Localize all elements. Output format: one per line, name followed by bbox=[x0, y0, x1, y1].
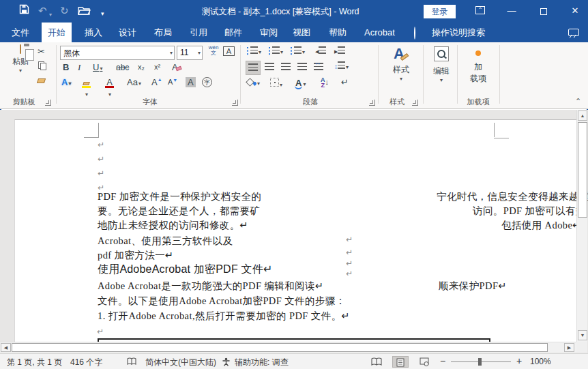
clipboard-dialog-launcher[interactable] bbox=[45, 100, 51, 106]
sort-button[interactable]: A Z ↓ bbox=[321, 77, 329, 88]
vertical-scrollbar[interactable]: ▲ ▼ bbox=[576, 110, 587, 342]
decrease-indent-button[interactable]: ◀ bbox=[315, 46, 326, 55]
highlight-color-button[interactable] bbox=[82, 77, 91, 98]
horizontal-scroll-thumb[interactable] bbox=[12, 343, 548, 352]
subscript-button[interactable]: x₂ bbox=[138, 63, 145, 71]
clear-formatting-button[interactable]: A bbox=[172, 62, 181, 72]
status-bar: 第 1 页, 共 1 页 416 个字 简体中文(中国大陆) 辅助功能: 调查 … bbox=[0, 353, 588, 369]
distribute-button[interactable]: ↔ bbox=[314, 63, 323, 72]
multilevel-list-button[interactable] bbox=[291, 46, 305, 55]
shading-button[interactable] bbox=[247, 78, 260, 87]
document-area[interactable]: ↵ ↵ ↵ ↵ PDF 加密文件是一种保护文档安全的 宁化时代，信息安全变得越来… bbox=[0, 110, 588, 353]
format-painter-button[interactable] bbox=[38, 76, 45, 85]
collapse-ribbon-icon[interactable]: ⌃ bbox=[575, 97, 581, 106]
character-border-button[interactable]: A bbox=[223, 46, 235, 56]
horizontal-scrollbar[interactable]: ◀ ▶ bbox=[0, 342, 576, 353]
tab-design[interactable]: 设计 bbox=[116, 23, 139, 42]
minimize-button[interactable]: — bbox=[505, 5, 518, 16]
accessibility-status[interactable]: 辅助功能: 调查 bbox=[235, 357, 289, 368]
doc-line: 地防止未经授权的访问和修改。↵ bbox=[98, 219, 248, 232]
doc-line: PDF 加密文件是一种保护文档安全的 bbox=[98, 190, 261, 203]
editing-button[interactable]: 编辑 ▾ bbox=[428, 46, 454, 83]
proofing-icon[interactable] bbox=[127, 357, 137, 366]
align-center-button[interactable] bbox=[265, 63, 274, 72]
language-indicator[interactable]: 简体中文(中国大陆) bbox=[145, 357, 216, 368]
save-icon[interactable] bbox=[19, 4, 29, 14]
tab-layout[interactable]: 布局 bbox=[151, 23, 175, 42]
qat-customize-icon[interactable]: ▾ bbox=[101, 7, 104, 20]
underline-button[interactable]: U bbox=[93, 62, 102, 72]
ribbon-display-options-icon[interactable]: ⌃ bbox=[475, 6, 485, 14]
undo-caret-icon[interactable]: ▾ bbox=[49, 8, 52, 22]
font-size-select[interactable]: 11▾ bbox=[177, 46, 203, 60]
maximize-button[interactable] bbox=[537, 7, 550, 17]
zoom-level[interactable]: 100% bbox=[530, 357, 551, 366]
font-color-button[interactable]: A bbox=[105, 77, 114, 98]
tab-insert[interactable]: 插入 bbox=[82, 23, 105, 42]
page-indicator[interactable]: 第 1 页, 共 1 页 bbox=[7, 357, 62, 368]
vertical-scroll-thumb[interactable] bbox=[578, 122, 587, 218]
line-spacing-button[interactable]: ↕ bbox=[334, 61, 349, 70]
paste-button[interactable]: 粘贴 ▾ bbox=[7, 45, 34, 74]
tab-help[interactable]: 帮助 bbox=[326, 23, 349, 42]
tell-me-search[interactable]: 操作说明搜索 bbox=[429, 23, 488, 42]
styles-button[interactable]: A 样式 ▾ bbox=[383, 46, 419, 82]
show-hide-marks-button[interactable]: ↵ bbox=[341, 77, 349, 87]
borders-button[interactable] bbox=[270, 78, 282, 88]
addins-button[interactable]: 加 载项 bbox=[462, 49, 494, 85]
bold-button[interactable]: B bbox=[63, 62, 69, 72]
close-button[interactable]: ✕ bbox=[568, 5, 582, 16]
font-group-label: 字体 bbox=[102, 97, 198, 107]
tab-view[interactable]: 视图 bbox=[290, 23, 313, 42]
asian-layout-button[interactable]: A bbox=[295, 78, 306, 88]
signin-button[interactable]: 登录 bbox=[424, 5, 456, 18]
scroll-up-icon[interactable]: ▲ bbox=[578, 110, 587, 121]
scroll-right-icon[interactable]: ▶ bbox=[564, 343, 574, 352]
align-right-button[interactable] bbox=[281, 63, 291, 72]
increase-indent-button[interactable]: ▶ bbox=[334, 46, 345, 55]
open-file-icon[interactable] bbox=[78, 5, 91, 15]
undo-button[interactable]: ↶ bbox=[38, 4, 47, 18]
tab-references[interactable]: 引用 bbox=[187, 23, 210, 42]
word-count[interactable]: 416 个字 bbox=[70, 357, 102, 368]
tab-review[interactable]: 审阅 bbox=[257, 23, 280, 42]
print-layout-icon[interactable] bbox=[392, 356, 409, 368]
zoom-slider-thumb[interactable] bbox=[478, 358, 482, 366]
align-left-button[interactable] bbox=[246, 61, 261, 75]
font-dialog-launcher[interactable] bbox=[232, 100, 238, 106]
tab-mailings[interactable]: 邮件 bbox=[222, 23, 245, 42]
styles-dialog-launcher[interactable] bbox=[412, 100, 418, 106]
phonetic-guide-button[interactable]: wén 文 bbox=[207, 45, 220, 56]
read-mode-icon[interactable] bbox=[368, 356, 385, 368]
tab-acrobat[interactable]: Acrobat bbox=[362, 23, 398, 42]
doc-line: Acrobat、使用第三方软件以及 bbox=[98, 235, 233, 248]
accessibility-icon bbox=[222, 357, 231, 366]
italic-button[interactable]: I bbox=[78, 62, 80, 73]
character-shading-button[interactable]: A bbox=[186, 77, 196, 87]
tab-file[interactable]: 文件 bbox=[9, 23, 32, 42]
asian-layout-icon: A bbox=[295, 78, 302, 89]
tab-home[interactable]: 开始 bbox=[42, 23, 72, 42]
web-layout-icon[interactable] bbox=[416, 356, 432, 368]
grow-font-button[interactable]: A▲ bbox=[151, 77, 162, 87]
shrink-font-button[interactable]: A▼ bbox=[168, 78, 177, 86]
justify-button[interactable] bbox=[297, 63, 307, 72]
redo-button[interactable]: ↻ bbox=[60, 4, 69, 18]
zoom-out-button[interactable]: − bbox=[440, 355, 445, 366]
strikethrough-button[interactable]: abc bbox=[116, 63, 129, 72]
text-effects-button[interactable]: A bbox=[61, 77, 71, 87]
zoom-in-button[interactable]: + bbox=[516, 355, 522, 366]
superscript-button[interactable]: x² bbox=[154, 63, 160, 71]
paragraph-mark: ↵ bbox=[97, 327, 104, 336]
enclose-characters-button[interactable]: 字 bbox=[202, 76, 212, 87]
numbering-button[interactable] bbox=[269, 46, 283, 55]
scroll-left-icon[interactable]: ◀ bbox=[1, 343, 11, 352]
change-case-button[interactable]: Aa bbox=[127, 77, 141, 87]
cut-button[interactable]: ✂ bbox=[38, 46, 45, 57]
font-family-select[interactable]: 黑体▾ bbox=[60, 46, 175, 60]
document-title: 测试文档 - 副本_1.docx [兼容模式] - Word bbox=[136, 6, 424, 18]
scroll-down-icon[interactable]: ▼ bbox=[578, 330, 587, 340]
paragraph-dialog-launcher[interactable] bbox=[369, 100, 375, 106]
comments-icon[interactable] bbox=[568, 29, 579, 36]
bullets-button[interactable] bbox=[247, 46, 261, 55]
